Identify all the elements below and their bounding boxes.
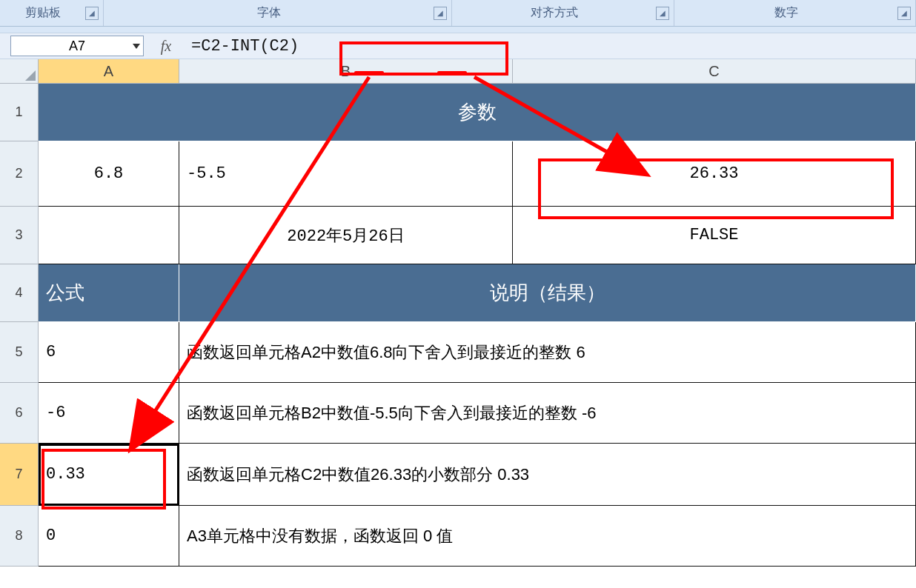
row-header[interactable]: 1 bbox=[0, 84, 39, 141]
cell-header-formula[interactable]: 公式 bbox=[39, 264, 179, 322]
cell-a7-selected[interactable]: 0.33 bbox=[39, 444, 179, 506]
cell-header-desc[interactable]: 说明（结果） bbox=[179, 264, 916, 322]
row-header[interactable]: 7 bbox=[0, 444, 39, 506]
dialog-launcher-icon[interactable]: ◢ bbox=[434, 7, 447, 20]
ribbon-label: 字体 bbox=[104, 5, 434, 21]
select-all-corner[interactable] bbox=[0, 59, 39, 84]
cell-header-params[interactable]: 参数 bbox=[39, 84, 916, 141]
ribbon: 剪贴板 ◢ 字体 ◢ 对齐方式 ◢ 数字 ◢ bbox=[0, 0, 916, 27]
ribbon-label: 剪贴板 bbox=[0, 5, 85, 21]
row-header[interactable]: 3 bbox=[0, 207, 39, 264]
cell-b3[interactable]: 2022年5月26日 bbox=[179, 207, 513, 264]
cell-bc7[interactable]: 函数返回单元格C2中数值26.33的小数部分 0.33 bbox=[179, 444, 916, 506]
row-headers: 1 2 3 4 5 6 7 8 bbox=[0, 59, 39, 567]
column-header[interactable]: C bbox=[513, 59, 916, 84]
cell-a6[interactable]: -6 bbox=[39, 383, 179, 444]
ribbon-gap bbox=[0, 27, 916, 33]
row-header[interactable]: 2 bbox=[0, 141, 39, 207]
cell-a5[interactable]: 6 bbox=[39, 322, 179, 383]
cell-b2[interactable]: -5.5 bbox=[179, 141, 513, 207]
ribbon-group-clipboard[interactable]: 剪贴板 ◢ bbox=[0, 0, 104, 26]
row-header[interactable]: 4 bbox=[0, 264, 39, 322]
formula-input[interactable]: =C2-INT(C2) bbox=[188, 36, 906, 56]
row-header[interactable]: 5 bbox=[0, 322, 39, 383]
cells-area: 参数 6.8 -5.5 26.33 2022年5月26日 FALSE 公式 说明… bbox=[39, 84, 916, 567]
dialog-launcher-icon[interactable]: ◢ bbox=[85, 7, 99, 20]
chevron-down-icon[interactable] bbox=[133, 44, 140, 49]
ribbon-label: 对齐方式 bbox=[452, 5, 656, 21]
dialog-launcher-icon[interactable]: ◢ bbox=[897, 7, 911, 20]
dialog-launcher-icon[interactable]: ◢ bbox=[656, 7, 669, 20]
cell-bc5[interactable]: 函数返回单元格A2中数值6.8向下舍入到最接近的整数 6 bbox=[179, 322, 916, 383]
ribbon-group-font[interactable]: 字体 ◢ bbox=[104, 0, 452, 26]
cell-c2[interactable]: 26.33 bbox=[513, 141, 916, 207]
column-header[interactable]: A bbox=[39, 59, 179, 84]
spreadsheet: 1 2 3 4 5 6 7 8 A B C 参数 6.8 -5.5 26.33 bbox=[0, 59, 916, 567]
ribbon-group-alignment[interactable]: 对齐方式 ◢ bbox=[452, 0, 674, 26]
cell-a2[interactable]: 6.8 bbox=[39, 141, 179, 207]
ribbon-group-number[interactable]: 数字 ◢ bbox=[674, 0, 916, 26]
row-header[interactable]: 6 bbox=[0, 383, 39, 444]
cell-bc6[interactable]: 函数返回单元格B2中数值-5.5向下舍入到最接近的整数 -6 bbox=[179, 383, 916, 444]
fx-button[interactable]: fx bbox=[151, 38, 181, 55]
row-header[interactable]: 8 bbox=[0, 506, 39, 567]
columns-area: A B C 参数 6.8 -5.5 26.33 2022年5月26日 FALSE bbox=[39, 59, 916, 567]
name-box-value: A7 bbox=[69, 39, 85, 54]
cell-c3[interactable]: FALSE bbox=[513, 207, 916, 264]
column-header[interactable]: B bbox=[179, 59, 513, 84]
cell-a3[interactable] bbox=[39, 207, 179, 264]
column-headers: A B C bbox=[39, 59, 916, 84]
cell-a8[interactable]: 0 bbox=[39, 506, 179, 567]
formula-bar: A7 fx =C2-INT(C2) bbox=[0, 33, 916, 59]
ribbon-label: 数字 bbox=[674, 5, 897, 21]
cell-bc8[interactable]: A3单元格中没有数据，函数返回 0 值 bbox=[179, 506, 916, 567]
name-box[interactable]: A7 bbox=[10, 36, 144, 56]
